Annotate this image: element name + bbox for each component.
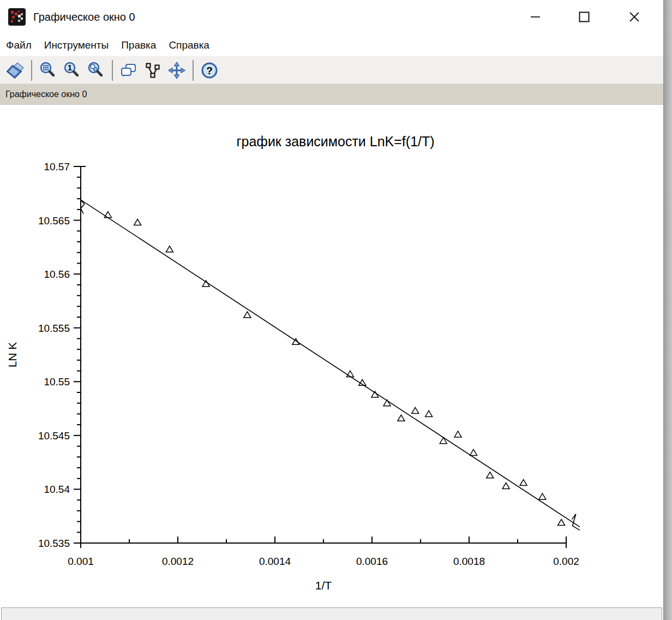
scilab-figure-window: Графическое окно 0 xyxy=(0,0,664,620)
data-point-marker xyxy=(166,246,173,252)
data-point-marker xyxy=(470,449,477,455)
app-icon xyxy=(8,8,26,26)
x-tick-label: 0.0018 xyxy=(453,556,485,567)
x-axis-label: 1/T xyxy=(315,579,332,592)
menu-item-file[interactable]: Файл xyxy=(6,39,32,51)
window-title: Графическое окно 0 xyxy=(33,11,135,23)
data-point-marker xyxy=(104,212,111,218)
edit-graph-icon xyxy=(143,61,162,80)
svg-text:?: ? xyxy=(206,65,213,76)
close-icon xyxy=(626,9,643,25)
minimize-button[interactable] xyxy=(519,2,551,32)
help-icon: ? xyxy=(200,61,219,80)
maximize-button[interactable] xyxy=(568,2,600,32)
title-bar: Графическое окно 0 xyxy=(0,0,663,34)
data-point-marker xyxy=(412,408,419,414)
axes xyxy=(81,166,566,548)
chart-title: график зависимости LnK=f(1/T) xyxy=(236,134,434,149)
data-point-marker xyxy=(454,431,461,437)
rotate-button[interactable] xyxy=(3,58,27,82)
pan-icon xyxy=(167,61,186,80)
y-tick-label: 10.54 xyxy=(44,484,70,495)
x-tick-label: 0.0016 xyxy=(356,556,388,567)
data-point-marker xyxy=(487,472,494,478)
data-point-marker xyxy=(520,480,527,486)
maximize-icon xyxy=(576,9,592,25)
data-point-marker xyxy=(539,493,546,499)
y-tick-label: 10.57 xyxy=(44,161,70,172)
original-view-button[interactable]: 1 xyxy=(60,58,84,82)
data-point-marker xyxy=(244,312,251,318)
zoom-area-icon xyxy=(39,61,57,80)
zoom-area-button[interactable] xyxy=(36,58,60,82)
data-point-marker xyxy=(440,438,447,444)
minimize-icon xyxy=(527,9,543,25)
figure-tab-label: Графическое окно 0 xyxy=(5,90,87,99)
y-tick-label: 10.56 xyxy=(44,269,70,280)
x-tick-label: 0.0014 xyxy=(259,556,291,567)
help-button[interactable]: ? xyxy=(197,58,221,82)
screen-edge xyxy=(664,0,672,620)
original-view-icon: 1 xyxy=(63,61,81,80)
rotate-icon xyxy=(6,61,25,80)
menu-item-edit[interactable]: Правка xyxy=(121,39,156,51)
toolbar: 1 xyxy=(0,57,663,84)
svg-text:1: 1 xyxy=(68,63,72,72)
data-point-marker xyxy=(398,415,405,421)
close-button[interactable] xyxy=(619,2,650,32)
edit-graph-button[interactable] xyxy=(141,58,165,82)
y-tick-label: 10.535 xyxy=(38,538,70,549)
data-point-marker xyxy=(558,520,565,526)
data-point-marker xyxy=(502,483,509,489)
pan-button[interactable] xyxy=(165,58,189,82)
line-end-hook xyxy=(572,514,580,530)
x-tick-label: 0.0012 xyxy=(162,556,194,567)
figure-tab-bar: Графическое окно 0 xyxy=(0,84,663,105)
menu-item-tools[interactable]: Инструменты xyxy=(44,39,109,51)
y-tick-label: 10.55 xyxy=(44,376,70,388)
fit-line xyxy=(81,200,580,527)
x-tick-label: 0.001 xyxy=(68,556,94,567)
windows-icon xyxy=(119,61,138,80)
chart-svg: график зависимости LnK=f(1/T)10.5710.565… xyxy=(0,105,664,607)
windows-button[interactable] xyxy=(117,58,141,82)
toolbar-separator xyxy=(31,60,32,81)
x-tick-label: 0.002 xyxy=(553,556,579,567)
menu-bar: Файл Инструменты Правка Справка xyxy=(0,34,663,57)
zoom-out-icon xyxy=(87,61,105,80)
menu-item-help[interactable]: Справка xyxy=(169,39,209,51)
y-tick-label: 10.555 xyxy=(38,323,70,334)
data-point-marker xyxy=(425,410,433,416)
plot-canvas[interactable]: график зависимости LnK=f(1/T)10.5710.565… xyxy=(0,105,663,607)
screen: Графическое окно 0 xyxy=(0,0,672,620)
data-point-marker xyxy=(134,219,141,225)
y-axis-label: LN K xyxy=(6,342,19,368)
status-bar xyxy=(1,607,662,620)
toolbar-separator xyxy=(112,60,113,81)
zoom-out-button[interactable] xyxy=(84,58,108,82)
y-tick-label: 10.565 xyxy=(38,215,70,226)
y-tick-label: 10.545 xyxy=(38,430,70,442)
toolbar-separator xyxy=(193,60,194,81)
